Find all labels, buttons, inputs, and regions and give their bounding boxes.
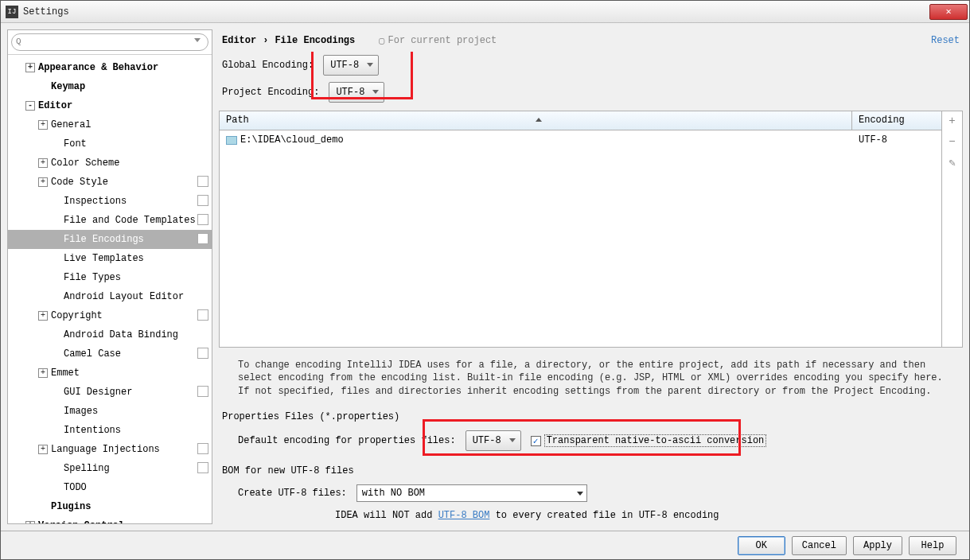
tree-item[interactable]: Spelling [8,459,212,478]
tree-toggle-icon [51,139,60,149]
tree-toggle-icon[interactable]: + [25,521,35,523]
tree-item[interactable]: Camel Case [8,344,212,364]
search-dropdown-icon[interactable] [194,38,201,42]
transparent-label: Transparent native-to-ascii conversion [544,434,767,447]
tree-item-label: Font [64,138,208,150]
row-path: E:\IDEA\cloud_demo [240,134,344,146]
tree-item[interactable]: Android Data Binding [8,325,212,344]
help-text: To change encoding IntelliJ IDEA uses fo… [219,352,963,408]
folder-icon [226,136,237,145]
table-row[interactable]: E:\IDEA\cloud_demo UTF-8 [220,130,941,150]
sort-asc-icon [536,118,542,122]
tree-toggle-icon [51,426,60,435]
tree-item[interactable]: Live Templates [8,249,212,268]
project-scope-icon [199,196,208,206]
prop-default-dropdown[interactable]: UTF-8 [466,430,521,451]
tree-item-label: Live Templates [64,253,208,264]
tree-toggle-icon[interactable]: + [38,445,48,454]
table-toolbar: + − ✎ [941,111,962,347]
bom-create-value: with NO BOM [362,488,425,499]
tree-toggle-icon [51,483,60,492]
tree-toggle-icon[interactable]: + [25,63,35,72]
bom-create-dropdown[interactable]: with NO BOM [356,484,587,502]
global-encoding-dropdown[interactable]: UTF-8 [323,55,379,76]
tree-item[interactable]: GUI Designer [8,383,212,402]
chevron-down-icon [509,438,516,442]
tree-item-label: Inspections [64,196,196,207]
tree-toggle-icon [51,196,60,206]
apply-button[interactable]: Apply [853,536,902,555]
reset-link[interactable]: Reset [931,35,960,46]
encoding-table: Path Encoding E:\IDEA\cloud_demo [219,111,963,348]
project-encoding-dropdown[interactable]: UTF-8 [329,82,384,103]
cancel-button[interactable]: Cancel [792,536,847,555]
tree-item-label: Camel Case [64,348,196,360]
tree-toggle-icon [51,464,60,473]
main-panel: Editor › File Encodings ▢ For current pr… [219,29,963,524]
tree-toggle-icon[interactable]: - [25,101,35,111]
tree-item[interactable]: Keymap [8,77,212,96]
add-button[interactable]: + [946,115,959,127]
tree-toggle-icon [51,273,60,282]
tree-item[interactable]: Plugins [8,497,212,516]
prop-default-value: UTF-8 [473,435,501,446]
search-input[interactable] [11,33,208,51]
remove-button[interactable]: − [946,135,959,148]
tree-item[interactable]: Font [8,134,212,154]
close-button[interactable]: ✕ [929,4,968,20]
help-button[interactable]: Help [909,536,956,555]
tree-item-label: Copyright [51,310,196,321]
tree-item-label: Color Scheme [51,158,208,169]
tree-item[interactable]: File Encodings [8,230,212,249]
tree-item[interactable]: +Version Control [8,516,212,523]
global-encoding-label: Global Encoding: [222,60,314,71]
chevron-down-icon [372,90,379,94]
dialog-footer: OK Cancel Apply Help [1,531,969,559]
tree-toggle-icon[interactable]: + [38,158,48,168]
tree-toggle-icon[interactable]: + [38,120,48,130]
tree-toggle-icon[interactable]: + [38,311,48,321]
titlebar: IJ Settings ✕ [1,1,969,23]
properties-section: Properties Files (*.properties) [219,408,963,426]
ok-button[interactable]: OK [738,536,785,555]
col-header-encoding[interactable]: Encoding [852,111,941,130]
tree-item[interactable]: +Emmet [8,364,212,383]
tree-item[interactable]: Images [8,402,212,421]
tree-item[interactable]: Android Layout Editor [8,287,212,306]
tree-toggle-icon[interactable]: + [38,177,48,187]
tree-item[interactable]: +Copyright [8,306,212,325]
project-scope-icon [199,464,208,473]
tree-item[interactable]: File and Code Templates [8,211,212,230]
tree-item[interactable]: File Types [8,268,212,287]
breadcrumb: Editor › File Encodings ▢ For current pr… [219,29,963,52]
project-scope-icon [199,311,208,321]
table-header: Path Encoding [220,111,941,130]
col-header-path[interactable]: Path [220,111,852,130]
tree-item[interactable]: +General [8,115,212,134]
tree-item-label: General [51,119,208,130]
tree-item-label: GUI Designer [64,387,196,398]
tree-item[interactable]: -Editor [8,96,212,115]
tree-item[interactable]: +Code Style [8,173,212,192]
edit-button[interactable]: ✎ [946,156,959,169]
tree-item[interactable]: Intentions [8,421,212,440]
search-icon: Q [16,37,21,46]
bom-link[interactable]: UTF-8 BOM [438,510,490,521]
settings-sidebar: Q +Appearance & BehaviorKeymap-Editor+Ge… [7,29,212,524]
tree-item[interactable]: +Language Injections [8,440,212,459]
breadcrumb-current: File Encodings [275,35,355,46]
tree-item-label: Emmet [51,368,208,379]
tree-item[interactable]: TODO [8,478,212,497]
tree-item-label: Intentions [64,425,208,436]
tree-item[interactable]: +Color Scheme [8,154,212,173]
project-scope-icon: ▢ [379,35,384,47]
tree-item-label: Appearance & Behavior [38,62,208,73]
project-encoding-value: UTF-8 [336,87,364,98]
tree-toggle-icon[interactable]: + [38,368,48,378]
breadcrumb-parent[interactable]: Editor [222,35,256,46]
tree-item[interactable]: Inspections [8,192,212,211]
transparent-checkbox[interactable]: ✓ [531,436,541,446]
tree-toggle-icon [51,235,60,244]
tree-item[interactable]: +Appearance & Behavior [8,58,212,77]
project-scope-icon [199,445,208,454]
